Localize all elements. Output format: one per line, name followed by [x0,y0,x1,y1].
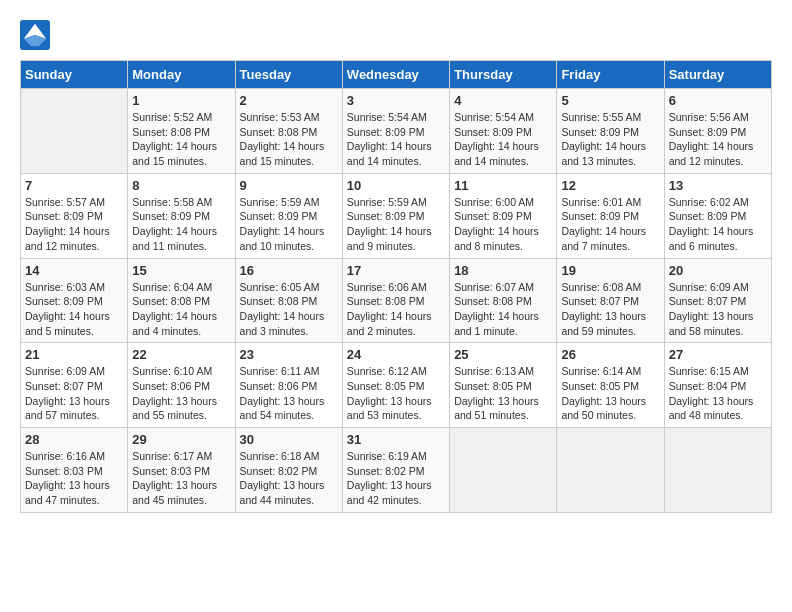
day-info: Sunrise: 6:16 AMSunset: 8:03 PMDaylight:… [25,449,123,508]
calendar-cell: 30Sunrise: 6:18 AMSunset: 8:02 PMDayligh… [235,428,342,513]
calendar-cell: 24Sunrise: 6:12 AMSunset: 8:05 PMDayligh… [342,343,449,428]
day-number: 25 [454,347,552,362]
day-number: 1 [132,93,230,108]
day-number: 17 [347,263,445,278]
day-number: 12 [561,178,659,193]
calendar-cell [557,428,664,513]
day-number: 21 [25,347,123,362]
calendar-cell: 8Sunrise: 5:58 AMSunset: 8:09 PMDaylight… [128,173,235,258]
day-info: Sunrise: 5:54 AMSunset: 8:09 PMDaylight:… [347,110,445,169]
day-number: 8 [132,178,230,193]
calendar-cell [450,428,557,513]
calendar-table: SundayMondayTuesdayWednesdayThursdayFrid… [20,60,772,513]
day-number: 3 [347,93,445,108]
day-info: Sunrise: 6:18 AMSunset: 8:02 PMDaylight:… [240,449,338,508]
calendar-cell: 31Sunrise: 6:19 AMSunset: 8:02 PMDayligh… [342,428,449,513]
day-number: 19 [561,263,659,278]
calendar-cell: 15Sunrise: 6:04 AMSunset: 8:08 PMDayligh… [128,258,235,343]
day-info: Sunrise: 6:03 AMSunset: 8:09 PMDaylight:… [25,280,123,339]
day-info: Sunrise: 6:13 AMSunset: 8:05 PMDaylight:… [454,364,552,423]
day-number: 30 [240,432,338,447]
calendar-week-5: 28Sunrise: 6:16 AMSunset: 8:03 PMDayligh… [21,428,772,513]
calendar-cell [21,89,128,174]
day-info: Sunrise: 6:15 AMSunset: 8:04 PMDaylight:… [669,364,767,423]
day-info: Sunrise: 6:17 AMSunset: 8:03 PMDaylight:… [132,449,230,508]
day-number: 9 [240,178,338,193]
day-number: 23 [240,347,338,362]
calendar-cell: 1Sunrise: 5:52 AMSunset: 8:08 PMDaylight… [128,89,235,174]
calendar-cell: 26Sunrise: 6:14 AMSunset: 8:05 PMDayligh… [557,343,664,428]
day-number: 24 [347,347,445,362]
day-info: Sunrise: 6:07 AMSunset: 8:08 PMDaylight:… [454,280,552,339]
page-header [20,20,772,50]
calendar-cell: 21Sunrise: 6:09 AMSunset: 8:07 PMDayligh… [21,343,128,428]
day-header-sunday: Sunday [21,61,128,89]
day-header-wednesday: Wednesday [342,61,449,89]
day-info: Sunrise: 6:11 AMSunset: 8:06 PMDaylight:… [240,364,338,423]
day-info: Sunrise: 5:56 AMSunset: 8:09 PMDaylight:… [669,110,767,169]
day-info: Sunrise: 6:12 AMSunset: 8:05 PMDaylight:… [347,364,445,423]
day-info: Sunrise: 5:54 AMSunset: 8:09 PMDaylight:… [454,110,552,169]
calendar-cell: 10Sunrise: 5:59 AMSunset: 8:09 PMDayligh… [342,173,449,258]
day-info: Sunrise: 6:02 AMSunset: 8:09 PMDaylight:… [669,195,767,254]
calendar-cell: 7Sunrise: 5:57 AMSunset: 8:09 PMDaylight… [21,173,128,258]
calendar-week-3: 14Sunrise: 6:03 AMSunset: 8:09 PMDayligh… [21,258,772,343]
day-info: Sunrise: 6:10 AMSunset: 8:06 PMDaylight:… [132,364,230,423]
day-number: 31 [347,432,445,447]
day-number: 4 [454,93,552,108]
logo [20,20,54,50]
calendar-cell: 4Sunrise: 5:54 AMSunset: 8:09 PMDaylight… [450,89,557,174]
calendar-cell: 14Sunrise: 6:03 AMSunset: 8:09 PMDayligh… [21,258,128,343]
day-header-monday: Monday [128,61,235,89]
calendar-week-4: 21Sunrise: 6:09 AMSunset: 8:07 PMDayligh… [21,343,772,428]
calendar-cell: 3Sunrise: 5:54 AMSunset: 8:09 PMDaylight… [342,89,449,174]
day-info: Sunrise: 6:19 AMSunset: 8:02 PMDaylight:… [347,449,445,508]
calendar-cell [664,428,771,513]
day-info: Sunrise: 5:57 AMSunset: 8:09 PMDaylight:… [25,195,123,254]
day-info: Sunrise: 5:52 AMSunset: 8:08 PMDaylight:… [132,110,230,169]
day-info: Sunrise: 6:05 AMSunset: 8:08 PMDaylight:… [240,280,338,339]
day-info: Sunrise: 6:06 AMSunset: 8:08 PMDaylight:… [347,280,445,339]
day-number: 2 [240,93,338,108]
calendar-cell: 22Sunrise: 6:10 AMSunset: 8:06 PMDayligh… [128,343,235,428]
calendar-cell: 16Sunrise: 6:05 AMSunset: 8:08 PMDayligh… [235,258,342,343]
day-info: Sunrise: 5:59 AMSunset: 8:09 PMDaylight:… [347,195,445,254]
calendar-cell: 12Sunrise: 6:01 AMSunset: 8:09 PMDayligh… [557,173,664,258]
calendar-cell: 2Sunrise: 5:53 AMSunset: 8:08 PMDaylight… [235,89,342,174]
calendar-week-1: 1Sunrise: 5:52 AMSunset: 8:08 PMDaylight… [21,89,772,174]
day-number: 16 [240,263,338,278]
day-number: 7 [25,178,123,193]
day-number: 26 [561,347,659,362]
calendar-cell: 27Sunrise: 6:15 AMSunset: 8:04 PMDayligh… [664,343,771,428]
calendar-cell: 19Sunrise: 6:08 AMSunset: 8:07 PMDayligh… [557,258,664,343]
day-number: 11 [454,178,552,193]
day-number: 10 [347,178,445,193]
calendar-cell: 23Sunrise: 6:11 AMSunset: 8:06 PMDayligh… [235,343,342,428]
day-info: Sunrise: 6:01 AMSunset: 8:09 PMDaylight:… [561,195,659,254]
calendar-cell: 18Sunrise: 6:07 AMSunset: 8:08 PMDayligh… [450,258,557,343]
calendar-cell: 29Sunrise: 6:17 AMSunset: 8:03 PMDayligh… [128,428,235,513]
day-info: Sunrise: 5:59 AMSunset: 8:09 PMDaylight:… [240,195,338,254]
calendar-cell: 9Sunrise: 5:59 AMSunset: 8:09 PMDaylight… [235,173,342,258]
calendar-cell: 11Sunrise: 6:00 AMSunset: 8:09 PMDayligh… [450,173,557,258]
day-header-saturday: Saturday [664,61,771,89]
calendar-cell: 28Sunrise: 6:16 AMSunset: 8:03 PMDayligh… [21,428,128,513]
day-number: 28 [25,432,123,447]
day-number: 6 [669,93,767,108]
day-number: 22 [132,347,230,362]
day-info: Sunrise: 5:58 AMSunset: 8:09 PMDaylight:… [132,195,230,254]
day-number: 27 [669,347,767,362]
day-number: 29 [132,432,230,447]
calendar-cell: 25Sunrise: 6:13 AMSunset: 8:05 PMDayligh… [450,343,557,428]
day-info: Sunrise: 6:14 AMSunset: 8:05 PMDaylight:… [561,364,659,423]
day-number: 5 [561,93,659,108]
day-info: Sunrise: 6:08 AMSunset: 8:07 PMDaylight:… [561,280,659,339]
calendar-week-2: 7Sunrise: 5:57 AMSunset: 8:09 PMDaylight… [21,173,772,258]
day-header-friday: Friday [557,61,664,89]
calendar-cell: 5Sunrise: 5:55 AMSunset: 8:09 PMDaylight… [557,89,664,174]
day-info: Sunrise: 5:53 AMSunset: 8:08 PMDaylight:… [240,110,338,169]
day-number: 20 [669,263,767,278]
day-number: 14 [25,263,123,278]
day-info: Sunrise: 6:09 AMSunset: 8:07 PMDaylight:… [669,280,767,339]
calendar-cell: 13Sunrise: 6:02 AMSunset: 8:09 PMDayligh… [664,173,771,258]
